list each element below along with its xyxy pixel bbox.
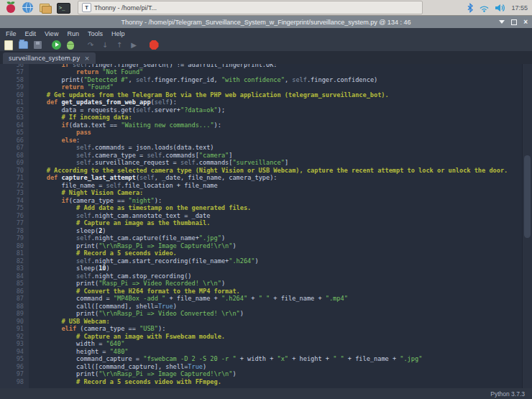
globe-icon: [22, 2, 33, 13]
code-line: elif (camera_type == "USB"):: [32, 325, 522, 333]
scrollbar-thumb[interactable]: [524, 155, 531, 238]
bug-icon: [67, 41, 74, 50]
menu-run[interactable]: Run: [63, 30, 83, 37]
line-number: 68: [0, 152, 24, 160]
line-number: 62: [0, 106, 24, 114]
resume-button[interactable]: ▶: [129, 40, 139, 50]
line-number: 57: [0, 68, 24, 76]
code-line: command = "MP4Box -add " + file_name + "…: [32, 295, 522, 303]
save-icon: [34, 41, 42, 49]
line-number: 85: [0, 280, 24, 288]
open-file-button[interactable]: [18, 40, 28, 50]
code-line: call([command], shell=True): [32, 303, 522, 311]
line-number: 78: [0, 227, 24, 235]
code-line: command_capture = "fswebcam -D 2 -S 20 -…: [32, 355, 522, 363]
code-line: if(data.text == "Waiting new commands...…: [32, 121, 522, 129]
step-out-button[interactable]: ↑: [114, 40, 124, 50]
close-button[interactable]: ×: [523, 16, 528, 28]
minimize-button[interactable]: [499, 20, 505, 24]
save-button[interactable]: [32, 40, 42, 50]
line-number: 92: [0, 333, 24, 341]
line-number: 88: [0, 303, 24, 311]
code-line: width = "640": [32, 340, 522, 348]
code-line: self.night_cam.annotate_text = _date: [32, 212, 522, 220]
code-line: return "Found": [32, 83, 522, 91]
code-line: # Night Vision Camera:: [32, 189, 522, 197]
line-number: 82: [0, 257, 24, 265]
new-file-icon: [4, 40, 13, 50]
scrollbar[interactable]: [522, 64, 532, 388]
line-number: 76: [0, 212, 24, 220]
line-number: 59: [0, 83, 24, 91]
code-line: height = "480": [32, 348, 522, 356]
raspberry-menu-icon[interactable]: [4, 1, 18, 14]
wifi-icon[interactable]: [479, 4, 490, 12]
run-script-button[interactable]: [51, 40, 61, 50]
new-file-button[interactable]: [4, 40, 14, 50]
line-number: 77: [0, 219, 24, 227]
code-lines[interactable]: if self.finger.finger_search() != adafru…: [29, 64, 522, 388]
code-line: print("\r\nRasp_Pi => Image Captured!\r\…: [32, 242, 522, 250]
code-line: return "Not Found": [32, 68, 522, 76]
line-number: 90: [0, 318, 24, 326]
tab-surveillance-system[interactable]: surveillance_system.py ×: [3, 52, 96, 64]
code-line: self.surveillance_request = self.command…: [32, 159, 522, 167]
line-number: 75: [0, 204, 24, 212]
menu-edit[interactable]: Edit: [21, 30, 41, 37]
step-over-button[interactable]: ↷: [86, 40, 96, 50]
bluetooth-icon[interactable]: [467, 3, 474, 13]
window-title: Thonny - /home/pi/Telegram_Surveillance_…: [121, 19, 411, 26]
line-number: 98: [0, 378, 24, 386]
web-browser-icon[interactable]: [22, 1, 35, 14]
maximize-button[interactable]: [511, 19, 517, 25]
menu-view[interactable]: View: [40, 30, 63, 37]
thonny-task-button[interactable]: T Thonny - /home/pi/T...: [78, 1, 423, 14]
line-number: 72: [0, 182, 24, 190]
line-number: 64: [0, 121, 24, 129]
tab-close-icon[interactable]: ×: [84, 55, 90, 62]
stop-button[interactable]: [149, 40, 159, 50]
line-number: 66: [0, 137, 24, 145]
code-line: def get_updates_from_web_app(self):: [32, 98, 522, 106]
statusbar: Python 3.7.3: [0, 388, 532, 399]
raspberry-berry-icon: [6, 4, 15, 13]
menu-help[interactable]: Help: [107, 30, 129, 37]
line-number: 61: [0, 98, 24, 106]
titlebar: Thonny - /home/pi/Telegram_Surveillance_…: [0, 16, 532, 28]
terminal-icon[interactable]: >_: [56, 1, 70, 14]
task-button-label: Thonny - /home/pi/T...: [94, 4, 157, 12]
code-line: print("Rasp_Pi => Video Recorded! \r\n"): [32, 280, 522, 288]
line-number: 58: [0, 76, 24, 84]
line-number: 80: [0, 242, 24, 250]
tab-label: surveillance_system.py: [9, 55, 80, 62]
terminal-glyph-icon: >_: [57, 3, 70, 14]
line-number: 94: [0, 348, 24, 356]
code-line: else:: [32, 137, 522, 145]
debug-script-button[interactable]: [65, 40, 75, 50]
toolbar: ↷ ↓ ↑ ▶: [0, 39, 532, 51]
code-line: file_name = self.file_location + file_na…: [32, 182, 522, 190]
folder-icon: [42, 6, 52, 14]
menubar: File Edit View Run Tools Help: [0, 28, 532, 39]
line-number: 69: [0, 159, 24, 167]
line-number: 83: [0, 265, 24, 272]
line-number: 67: [0, 144, 24, 152]
volume-icon[interactable]: [495, 4, 506, 12]
code-line: # If incoming data:: [32, 114, 522, 121]
code-line: self.night_cam.capture(file_name+".jpg"): [32, 234, 522, 242]
line-number: 97: [0, 370, 24, 378]
clock: 17:55: [511, 4, 528, 12]
file-manager-icon[interactable]: [39, 1, 52, 14]
editor: 5657585960616263646566676869707172737475…: [0, 64, 532, 388]
code-line: self.camera_type = self.commands["camera…: [32, 152, 522, 160]
menu-file[interactable]: File: [1, 30, 21, 37]
menu-tools[interactable]: Tools: [83, 30, 107, 37]
code-line: # Add date as timestamp on the generated…: [32, 204, 522, 212]
step-into-button[interactable]: ↓: [100, 40, 110, 50]
code-line: def capture_last_attempt(self, _date, fi…: [32, 174, 522, 182]
line-number: 70: [0, 167, 24, 175]
line-number: 93: [0, 340, 24, 348]
code-line: if(camera_type == "night"):: [32, 197, 522, 205]
line-number: 84: [0, 272, 24, 280]
code-line: sleep(2): [32, 227, 522, 235]
